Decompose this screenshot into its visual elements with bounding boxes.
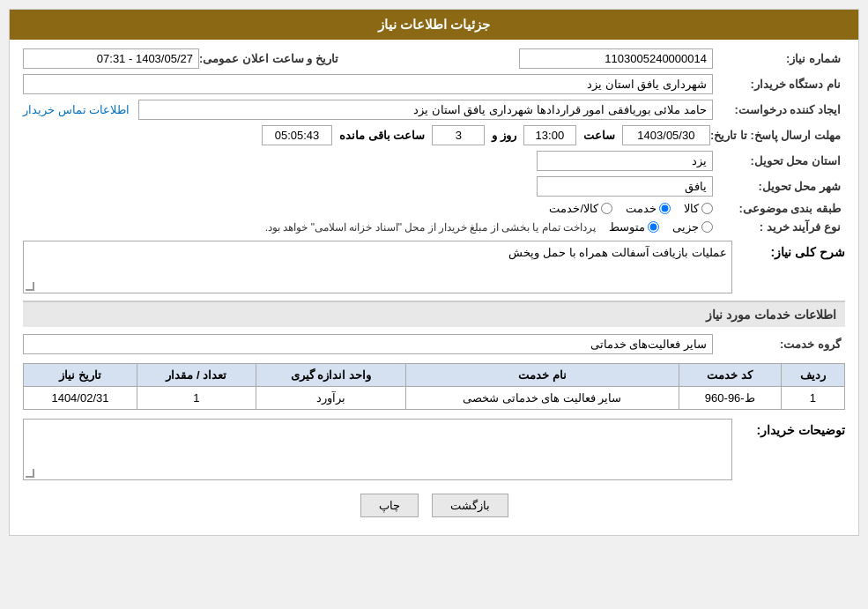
- description-label: شرح کلی نیاز:: [739, 241, 845, 259]
- page-wrapper: جزئیات اطلاعات نیاز شماره نیاز: 11030052…: [0, 0, 868, 609]
- creator-label: ایجاد کننده درخواست:: [713, 103, 845, 116]
- category-row: طبقه بندی موضوعی: کالا خدمت کالا/خدمت: [23, 202, 845, 215]
- buyer-notes-section: توضیحات خریدار:: [23, 419, 845, 480]
- city-value: یافق: [537, 176, 713, 197]
- need-number-row: شماره نیاز: 1103005240000014 تاریخ و ساع…: [23, 48, 845, 69]
- province-row: استان محل تحویل: یزد: [23, 151, 845, 171]
- need-number-label: شماره نیاز:: [713, 52, 845, 65]
- col-name: نام خدمت: [405, 364, 679, 387]
- deadline-days: 3: [432, 125, 485, 145]
- notes-resize-handle[interactable]: [26, 469, 34, 478]
- table-header-row: ردیف کد خدمت نام خدمت واحد اندازه گیری ت…: [24, 364, 845, 387]
- main-container: جزئیات اطلاعات نیاز شماره نیاز: 11030052…: [9, 9, 859, 536]
- buttons-row: بازگشت چاپ: [23, 494, 845, 517]
- services-header: اطلاعات خدمات مورد نیاز: [23, 301, 845, 327]
- description-value: عملیات بازیافت آسفالت همراه با حمل وپخش: [508, 246, 727, 259]
- process-jozi-label: جزیی: [672, 220, 699, 234]
- process-row: نوع فرآیند خرید : جزیی متوسط پرداخت تمام…: [23, 220, 845, 234]
- category-option-kala-khedmat: کالا/خدمت: [549, 202, 612, 215]
- page-header: جزئیات اطلاعات نیاز: [10, 10, 858, 40]
- announce-date-label: تاریخ و ساعت اعلان عمومی:: [199, 52, 343, 65]
- service-group-value: سایر فعالیت‌های خدماتی: [23, 334, 713, 354]
- creator-contact-link[interactable]: اطلاعات تماس خریدار: [23, 103, 130, 116]
- deadline-time-row: 1403/05/30 ساعت 13:00 روز و 3 ساعت باقی …: [23, 125, 710, 145]
- col-row: ردیف: [781, 364, 844, 387]
- cell-unit: برآورد: [256, 387, 405, 410]
- cell-name: سایر فعالیت های خدماتی شخصی: [405, 387, 679, 410]
- cell-row: 1: [781, 387, 844, 410]
- services-table: ردیف کد خدمت نام خدمت واحد اندازه گیری ت…: [23, 363, 845, 410]
- province-label: استان محل تحویل:: [713, 154, 845, 167]
- print-button[interactable]: چاپ: [360, 494, 419, 517]
- process-option-jozi: جزیی: [672, 220, 713, 234]
- description-content: عملیات بازیافت آسفالت همراه با حمل وپخش: [23, 241, 732, 293]
- process-note: پرداخت تمام یا بخشی از مبلغ خریدار از مح…: [23, 221, 596, 234]
- process-motavasset-label: متوسط: [609, 220, 645, 234]
- description-section: شرح کلی نیاز: عملیات بازیافت آسفالت همرا…: [23, 241, 845, 293]
- need-number-value: 1103005240000014: [519, 48, 713, 69]
- deadline-row: مهلت ارسال پاسخ: تا تاریخ: 1403/05/30 سا…: [23, 125, 845, 145]
- city-row: شهر محل تحویل: یافق: [23, 176, 845, 197]
- deadline-label: مهلت ارسال پاسخ: تا تاریخ:: [710, 129, 845, 142]
- deadline-time: 13:00: [523, 125, 576, 145]
- deadline-date: 1403/05/30: [622, 125, 710, 145]
- services-table-section: ردیف کد خدمت نام خدمت واحد اندازه گیری ت…: [23, 363, 845, 410]
- buyer-notes-box: [23, 419, 732, 480]
- cell-code: ط-96-960: [679, 387, 781, 410]
- process-radio-jozi[interactable]: [701, 221, 713, 233]
- buyer-org-row: نام دستگاه خریدار: شهرداری یافق استان یز…: [23, 74, 845, 94]
- category-radio-kala-khedmat[interactable]: [601, 203, 612, 214]
- creator-value: حامد ملائی بوریافقی امور قراردادها شهردا…: [138, 100, 713, 120]
- col-unit: واحد اندازه گیری: [256, 364, 405, 387]
- cell-date: 1404/02/31: [24, 387, 137, 410]
- buyer-org-label: نام دستگاه خریدار:: [713, 78, 845, 91]
- service-group-row: گروه خدمت: سایر فعالیت‌های خدماتی: [23, 334, 845, 354]
- category-option-kala: کالا: [684, 202, 713, 215]
- city-label: شهر محل تحویل:: [713, 180, 845, 193]
- buyer-org-value: شهرداری یافق استان یزد: [23, 74, 713, 94]
- process-radio-group: جزیی متوسط: [609, 220, 713, 234]
- category-kala-label: کالا: [684, 202, 699, 215]
- category-option-khedmat: خدمت: [626, 202, 671, 215]
- table-row: 1 ط-96-960 سایر فعالیت های خدماتی شخصی ب…: [24, 387, 845, 410]
- col-date: تاریخ نیاز: [24, 364, 137, 387]
- deadline-remaining: 05:05:43: [262, 125, 332, 145]
- buyer-notes-label: توضیحات خریدار:: [739, 419, 845, 437]
- process-radio-motavasset[interactable]: [648, 221, 659, 233]
- cell-count: 1: [137, 387, 256, 410]
- col-count: تعداد / مقدار: [137, 364, 256, 387]
- category-radio-khedmat[interactable]: [659, 203, 671, 214]
- category-radio-group: کالا خدمت کالا/خدمت: [549, 202, 713, 215]
- creator-row: ایجاد کننده درخواست: حامد ملائی بوریافقی…: [23, 100, 845, 120]
- category-radio-kala[interactable]: [701, 203, 713, 214]
- page-title: جزئیات اطلاعات نیاز: [378, 17, 490, 32]
- deadline-time-label: ساعت: [583, 129, 615, 142]
- province-value: یزد: [537, 151, 713, 171]
- col-code: کد خدمت: [679, 364, 781, 387]
- deadline-days-label: روز و: [492, 129, 516, 142]
- deadline-remaining-label: ساعت باقی مانده: [339, 129, 425, 142]
- category-khedmat-label: خدمت: [626, 202, 657, 215]
- process-option-motavasset: متوسط: [609, 220, 659, 234]
- process-label: نوع فرآیند خرید :: [713, 220, 845, 234]
- resize-handle[interactable]: [26, 282, 34, 291]
- category-label: طبقه بندی موضوعی:: [713, 202, 845, 215]
- content-area: شماره نیاز: 1103005240000014 تاریخ و ساع…: [10, 40, 858, 535]
- announce-date-value: 1403/05/27 - 07:31: [23, 48, 199, 69]
- service-group-label: گروه خدمت:: [713, 338, 845, 351]
- category-kala-khedmat-label: کالا/خدمت: [549, 202, 598, 215]
- back-button[interactable]: بازگشت: [432, 494, 508, 517]
